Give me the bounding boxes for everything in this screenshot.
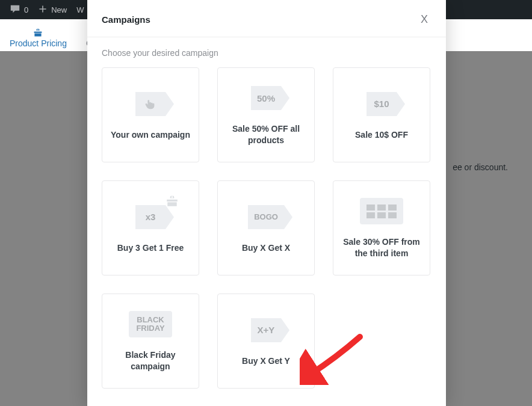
campaign-card-label: Sale 50% OFF all products — [223, 123, 309, 146]
admin-bar-comment-count: 0 — [24, 5, 28, 14]
background-text-fragment: ee or discount. — [453, 162, 508, 172]
gift-icon — [10, 28, 67, 37]
campaign-card-label: Buy 3 Get 1 Free — [117, 242, 184, 254]
hand-icon — [129, 90, 172, 118]
campaign-card-label: Buy X Get X — [242, 242, 290, 254]
xplusy-tag-icon: X+Y — [244, 316, 288, 345]
campaign-card-blackfriday[interactable]: BLACK FRIDAY Black Friday campaign — [102, 294, 199, 389]
campaign-card-buy3[interactable]: x3 Buy 3 Get 1 Free — [102, 180, 199, 275]
campaign-card-label: Buy X Get Y — [242, 355, 290, 367]
percent-tag-icon: 50% — [244, 84, 288, 112]
modal-header: Campaigns X — [87, 0, 446, 37]
campaign-card-30off-third[interactable]: Sale 30% OFF from the third item — [333, 180, 430, 275]
tab-label: Product Pricing — [10, 38, 67, 48]
campaigns-modal: Campaigns X Choose your desired campaign… — [87, 0, 446, 406]
bogo-tag-icon: BOGO — [244, 203, 288, 232]
x3-gift-icon: x3 — [129, 203, 172, 232]
dollar-tag-icon: $10 — [360, 90, 403, 118]
admin-bar-extra-label: W — [76, 5, 84, 14]
campaign-grid: Your own campaign 50% Sale 50% OFF all p… — [102, 67, 431, 389]
campaign-card-buyxgety[interactable]: X+Y Buy X Get Y — [217, 294, 315, 389]
campaign-card-10off[interactable]: $10 Sale 10$ OFF — [333, 67, 430, 162]
campaign-card-label: Your own campaign — [111, 129, 190, 141]
campaign-card-label: Sale 10$ OFF — [355, 129, 408, 141]
admin-bar-extra[interactable]: W — [72, 5, 88, 14]
admin-bar-new-label: New — [51, 5, 67, 14]
campaign-card-50off[interactable]: 50% Sale 50% OFF all products — [217, 67, 315, 162]
campaign-card-label: Black Friday campaign — [107, 349, 194, 372]
campaign-card-label: Sale 30% OFF from the third item — [338, 236, 425, 259]
campaign-card-bogo[interactable]: BOGO Buy X Get X — [217, 180, 315, 275]
blackfriday-icon: BLACK FRIDAY — [129, 310, 172, 339]
plus-icon — [38, 4, 48, 16]
campaign-card-own[interactable]: Your own campaign — [102, 67, 199, 162]
modal-body: Choose your desired campaign Your own ca… — [87, 37, 446, 399]
modal-subtitle: Choose your desired campaign — [102, 48, 431, 58]
modal-title: Campaigns — [102, 14, 150, 25]
comment-icon — [10, 4, 20, 16]
close-icon: X — [421, 13, 428, 25]
blocks-icon — [360, 197, 403, 226]
modal-close-button[interactable]: X — [417, 11, 431, 28]
admin-bar-comments[interactable]: 0 — [5, 4, 33, 16]
admin-bar-new[interactable]: New — [33, 4, 72, 16]
tab-product-pricing[interactable]: Product Pricing — [0, 24, 76, 54]
